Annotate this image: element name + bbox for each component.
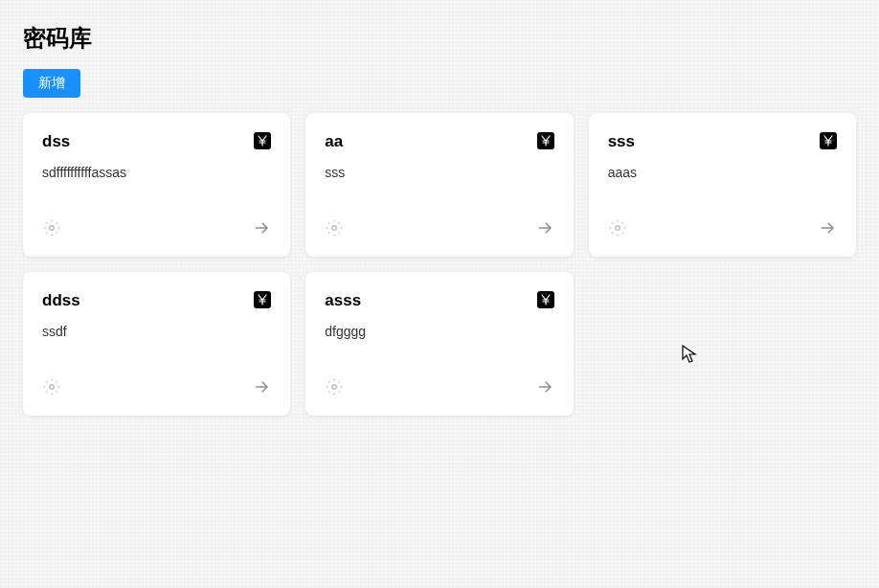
gear-icon[interactable] — [608, 218, 627, 237]
yen-icon — [537, 291, 554, 308]
gear-icon[interactable] — [325, 377, 344, 396]
yen-icon — [537, 132, 554, 149]
card-description: sdffffffffffassas — [42, 165, 271, 205]
add-button[interactable]: 新增 — [23, 69, 80, 98]
gear-icon[interactable] — [42, 218, 61, 237]
vault-card: aa sss — [305, 113, 573, 257]
gear-icon[interactable] — [325, 218, 344, 237]
svg-point-6 — [50, 385, 55, 390]
svg-point-2 — [332, 226, 337, 231]
card-title: asss — [325, 291, 361, 310]
arrow-right-icon[interactable] — [818, 218, 837, 237]
card-grid: dss sdffffffffffassas aa — [23, 113, 856, 416]
card-description: ssdf — [42, 324, 271, 364]
card-title: sss — [608, 132, 635, 151]
card-description: dfgggg — [325, 324, 553, 364]
vault-card: ddss ssdf — [23, 272, 290, 416]
card-title: ddss — [42, 291, 80, 310]
svg-point-0 — [50, 226, 55, 231]
arrow-right-icon[interactable] — [535, 377, 554, 396]
vault-card: asss dfgggg — [305, 272, 573, 416]
yen-icon — [820, 132, 837, 149]
card-description: sss — [325, 165, 553, 205]
yen-icon — [254, 291, 271, 308]
gear-icon[interactable] — [42, 377, 61, 396]
vault-card: dss sdffffffffffassas — [23, 113, 290, 257]
arrow-right-icon[interactable] — [535, 218, 554, 237]
card-title: aa — [325, 132, 343, 151]
page-title: 密码库 — [23, 23, 856, 54]
card-description: aaas — [608, 165, 837, 205]
vault-card: sss aaas — [589, 113, 856, 257]
yen-icon — [254, 132, 271, 149]
arrow-right-icon[interactable] — [252, 377, 271, 396]
svg-point-4 — [615, 226, 620, 231]
svg-point-8 — [332, 385, 337, 390]
arrow-right-icon[interactable] — [252, 218, 271, 237]
card-title: dss — [42, 132, 70, 151]
